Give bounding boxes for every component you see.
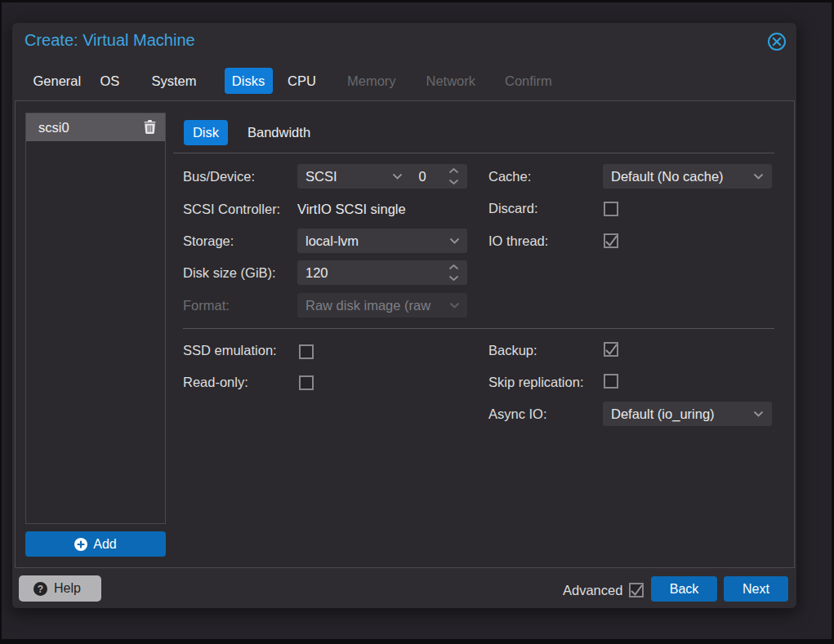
svg-text:?: ? [38,583,43,594]
